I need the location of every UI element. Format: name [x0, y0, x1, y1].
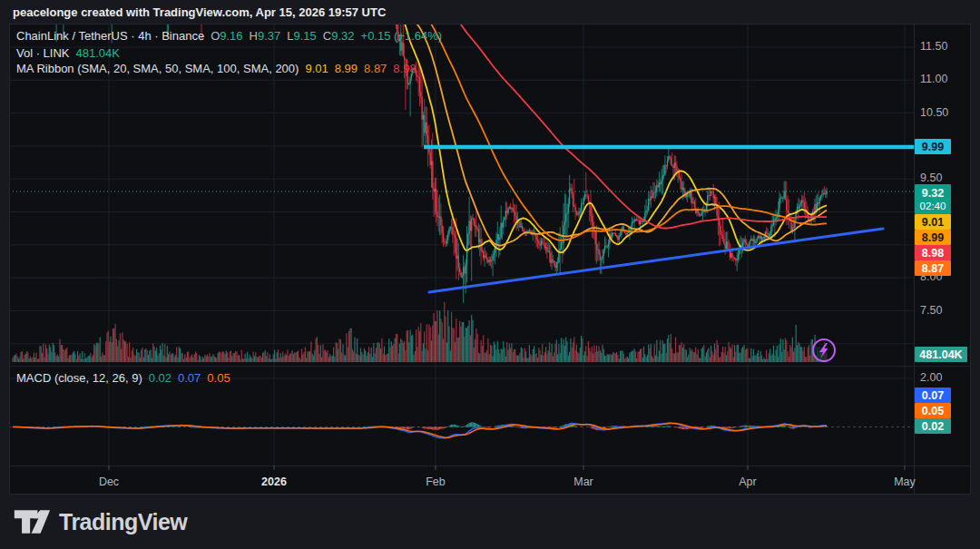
tradingview-snapshot: peacelonge created with TradingView.com,… [0, 0, 980, 549]
lightning-boost-icon [813, 339, 835, 361]
chart-canvas[interactable] [0, 0, 980, 549]
